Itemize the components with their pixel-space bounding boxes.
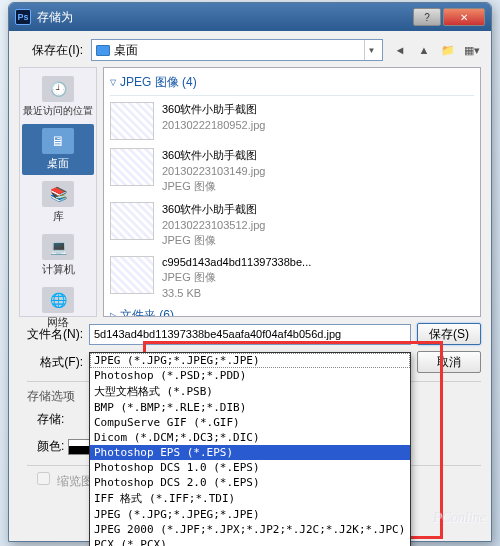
recent-icon: 🕘	[42, 76, 74, 102]
collapse-icon: ▽	[110, 78, 116, 87]
thumbnail	[110, 256, 154, 294]
toolbar: ◄ ▲ 📁 ▦▾	[391, 41, 481, 59]
file-name: 360软件小助手截图	[162, 202, 265, 217]
help-button[interactable]: ?	[413, 8, 441, 26]
file-row[interactable]: 360软件小助手截图20130223103512.jpgJPEG 图像	[110, 200, 474, 254]
watermark: PConline	[433, 510, 486, 526]
file-sub: 33.5 KB	[162, 287, 311, 299]
desktop-icon	[96, 45, 110, 56]
libraries-icon: 📚	[42, 181, 74, 207]
group-header[interactable]: ▽ JPEG 图像 (4)	[110, 72, 474, 96]
chevron-down-icon: ▼	[364, 40, 378, 60]
sidebar-item-recent[interactable]: 🕘 最近访问的位置	[22, 72, 94, 122]
sidebar-item-desktop[interactable]: 🖥 桌面	[22, 124, 94, 175]
save-button[interactable]: 保存(S)	[417, 323, 481, 345]
format-option[interactable]: Photoshop EPS (*.EPS)	[90, 445, 410, 460]
sidebar-item-libraries[interactable]: 📚 库	[22, 177, 94, 228]
back-icon[interactable]: ◄	[391, 41, 409, 59]
cancel-button[interactable]: 取消	[417, 351, 481, 373]
view-menu-icon[interactable]: ▦▾	[463, 41, 481, 59]
format-option[interactable]: Dicom (*.DCM;*.DC3;*.DIC)	[90, 430, 410, 445]
thumbnail	[110, 202, 154, 240]
format-option[interactable]: Photoshop DCS 1.0 (*.EPS)	[90, 460, 410, 475]
sidebar-item-computer[interactable]: 💻 计算机	[22, 230, 94, 281]
close-button[interactable]: ✕	[443, 8, 485, 26]
file-sub: 20130223103512.jpg	[162, 219, 265, 231]
format-option[interactable]: Photoshop (*.PSD;*.PDD)	[90, 368, 410, 383]
up-icon[interactable]: ▲	[415, 41, 433, 59]
format-option[interactable]: BMP (*.BMP;*.RLE;*.DIB)	[90, 400, 410, 415]
desktop-icon: 🖥	[42, 128, 74, 154]
file-name: c995d143ad4bd11397338be...	[162, 256, 311, 268]
format-option[interactable]: IFF 格式 (*.IFF;*.TDI)	[90, 490, 410, 507]
thumbnail	[110, 148, 154, 186]
format-option[interactable]: JPEG (*.JPG;*.JPEG;*.JPE)	[90, 507, 410, 522]
collapse-icon: ▷	[110, 311, 116, 317]
file-sub: JPEG 图像	[162, 270, 311, 285]
format-option[interactable]: 大型文档格式 (*.PSB)	[90, 383, 410, 400]
window-title: 存储为	[37, 9, 411, 26]
location-dropdown[interactable]: 桌面 ▼	[91, 39, 383, 61]
new-folder-icon[interactable]: 📁	[439, 41, 457, 59]
format-option[interactable]: CompuServe GIF (*.GIF)	[90, 415, 410, 430]
filename-input[interactable]	[89, 324, 411, 345]
file-name: 360软件小助手截图	[162, 148, 265, 163]
file-sub: 20130223103149.jpg	[162, 165, 265, 177]
save-as-dialog: Ps 存储为 ? ✕ 保存在(I): 桌面 ▼ ◄ ▲ 📁 ▦▾ 🕘 最	[8, 2, 492, 542]
format-label: 格式(F):	[19, 354, 83, 371]
file-sub: JPEG 图像	[162, 179, 265, 194]
places-sidebar: 🕘 最近访问的位置 🖥 桌面 📚 库 💻 计算机 🌐 网络	[19, 67, 97, 317]
thumbnail	[110, 102, 154, 140]
color-label: 颜色:	[37, 439, 64, 453]
save-in-label: 保存在(I):	[19, 42, 83, 59]
file-row[interactable]: 360软件小助手截图20130223103149.jpgJPEG 图像	[110, 146, 474, 200]
file-name: 360软件小助手截图	[162, 102, 265, 117]
format-dropdown-list[interactable]: JPEG (*.JPG;*.JPEG;*.JPE)Photoshop (*.PS…	[89, 352, 411, 547]
group-header[interactable]: ▷ 文件夹 (6)	[110, 305, 474, 317]
format-option[interactable]: JPEG 2000 (*.JPF;*.JPX;*.JP2;*.J2C;*.J2K…	[90, 522, 410, 537]
photoshop-icon: Ps	[15, 9, 31, 25]
format-option[interactable]: JPEG (*.JPG;*.JPEG;*.JPE)	[90, 353, 410, 368]
computer-icon: 💻	[42, 234, 74, 260]
location-value: 桌面	[114, 42, 138, 59]
file-list[interactable]: ▽ JPEG 图像 (4) 360软件小助手截图20130222180952.j…	[103, 67, 481, 317]
file-sub: 20130222180952.jpg	[162, 119, 265, 131]
file-row[interactable]: 360软件小助手截图20130222180952.jpg	[110, 100, 474, 146]
filename-label: 文件名(N):	[19, 326, 83, 343]
storage-label: 存储:	[37, 412, 64, 426]
format-option[interactable]: Photoshop DCS 2.0 (*.EPS)	[90, 475, 410, 490]
file-sub: JPEG 图像	[162, 233, 265, 248]
file-row[interactable]: c995d143ad4bd11397338be...JPEG 图像33.5 KB	[110, 254, 474, 305]
format-option[interactable]: PCX (*.PCX)	[90, 537, 410, 547]
network-icon: 🌐	[42, 287, 74, 313]
titlebar[interactable]: Ps 存储为 ? ✕	[9, 3, 491, 31]
thumbnail-checkbox	[37, 472, 50, 485]
